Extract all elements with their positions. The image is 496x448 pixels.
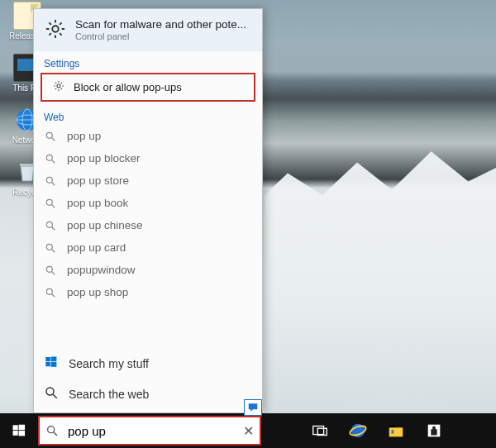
svg-point-13 <box>46 199 52 205</box>
search-my-stuff[interactable]: Search my stuff <box>34 348 262 379</box>
svg-point-9 <box>46 155 52 160</box>
start-button[interactable] <box>0 413 38 448</box>
settings-result-block-popups[interactable]: Block or allow pop-ups <box>41 73 255 102</box>
web-suggestion-label: pop up book <box>67 197 128 209</box>
taskbar: ✕ <box>0 413 496 448</box>
svg-line-18 <box>52 249 55 252</box>
web-suggestion[interactable]: pop up shop <box>34 281 262 303</box>
footer-label: Search the web <box>69 388 149 401</box>
taskbar-app-ie[interactable] <box>339 413 377 448</box>
search-icon <box>40 424 64 437</box>
svg-rect-26 <box>51 362 57 367</box>
search-icon <box>44 242 57 254</box>
best-match-title: Scan for malware and other pote... <box>75 18 246 31</box>
panel-footer: Search my stuff Search the web <box>34 348 262 412</box>
web-suggestion[interactable]: pop up chinese <box>34 214 262 236</box>
web-suggestion[interactable]: pop up book <box>34 192 262 214</box>
best-match-text: Scan for malware and other pote... Contr… <box>75 18 246 42</box>
store-icon <box>425 422 443 440</box>
speech-bubble-icon <box>247 402 259 413</box>
web-suggestion-label: pop up <box>67 130 101 142</box>
svg-line-34 <box>54 432 57 436</box>
svg-rect-41 <box>392 430 394 434</box>
web-suggestion[interactable]: pop up store <box>34 169 262 192</box>
clear-search-button[interactable]: ✕ <box>236 423 260 439</box>
best-match-result[interactable]: Scan for malware and other pote... Contr… <box>34 9 262 51</box>
search-icon <box>44 175 57 187</box>
task-view-button[interactable] <box>301 413 339 448</box>
search-icon <box>44 385 59 403</box>
search-icon <box>44 198 57 209</box>
search-results-panel: Scan for malware and other pote... Contr… <box>33 8 263 413</box>
svg-line-22 <box>52 293 55 297</box>
svg-point-27 <box>46 388 54 395</box>
search-the-web[interactable]: Search the web <box>34 379 262 409</box>
web-suggestion-label: pop up card <box>67 241 126 254</box>
web-suggestion[interactable]: popupwindow <box>34 259 262 281</box>
svg-rect-31 <box>13 431 18 436</box>
svg-rect-24 <box>51 356 57 361</box>
search-icon <box>44 265 57 276</box>
svg-rect-30 <box>19 425 26 430</box>
web-suggestion[interactable]: pop up <box>34 125 262 147</box>
web-suggestion-label: pop up blocker <box>67 152 141 164</box>
task-view-icon <box>311 422 329 440</box>
svg-line-12 <box>52 182 55 185</box>
svg-line-28 <box>53 394 57 398</box>
svg-rect-40 <box>389 427 403 436</box>
gear-icon <box>44 17 67 43</box>
taskbar-app-explorer[interactable] <box>377 413 415 448</box>
svg-rect-32 <box>19 431 26 436</box>
web-suggestion-label: pop up chinese <box>67 219 143 231</box>
svg-point-7 <box>46 132 52 138</box>
svg-line-16 <box>52 226 55 230</box>
svg-point-21 <box>46 288 52 294</box>
web-suggestions-list: pop up pop up blocker pop up store pop u… <box>34 125 262 348</box>
web-suggestion[interactable]: pop up card <box>34 236 262 259</box>
svg-point-19 <box>46 266 52 272</box>
svg-point-15 <box>46 222 52 227</box>
search-icon <box>44 287 57 298</box>
taskbar-app-store[interactable] <box>415 413 453 448</box>
svg-point-6 <box>57 84 60 88</box>
svg-line-8 <box>52 137 55 141</box>
search-input[interactable] <box>64 424 236 438</box>
svg-rect-23 <box>45 357 50 361</box>
svg-line-10 <box>52 160 55 163</box>
svg-point-5 <box>52 26 58 31</box>
taskbar-search-box[interactable]: ✕ <box>38 416 261 446</box>
section-label-web: Web <box>34 105 262 125</box>
svg-rect-29 <box>13 425 18 430</box>
web-suggestion-label: pop up shop <box>67 286 128 298</box>
file-explorer-icon <box>387 422 405 440</box>
svg-line-20 <box>52 271 55 274</box>
search-icon <box>44 153 57 164</box>
gear-icon <box>52 79 65 95</box>
svg-point-17 <box>46 244 52 250</box>
svg-rect-25 <box>45 362 50 366</box>
svg-point-33 <box>48 427 55 433</box>
search-icon <box>44 220 57 231</box>
footer-label: Search my stuff <box>69 357 149 370</box>
wallpaper-foreground <box>265 141 496 413</box>
section-label-settings: Settings <box>34 51 262 71</box>
svg-rect-35 <box>313 427 324 435</box>
web-suggestion-label: pop up store <box>67 174 129 187</box>
windows-logo-icon <box>11 422 27 439</box>
settings-result-label: Block or allow pop-ups <box>74 81 182 93</box>
search-icon <box>44 131 57 142</box>
internet-explorer-icon <box>349 422 367 440</box>
best-match-subtitle: Control panel <box>75 31 246 42</box>
web-suggestion-label: popupwindow <box>67 264 136 276</box>
svg-point-11 <box>46 177 52 183</box>
taskbar-spacer <box>261 413 301 448</box>
feedback-button[interactable] <box>244 399 262 416</box>
svg-line-14 <box>52 204 55 207</box>
windows-logo-icon <box>44 355 59 372</box>
web-suggestion[interactable]: pop up blocker <box>34 147 262 169</box>
